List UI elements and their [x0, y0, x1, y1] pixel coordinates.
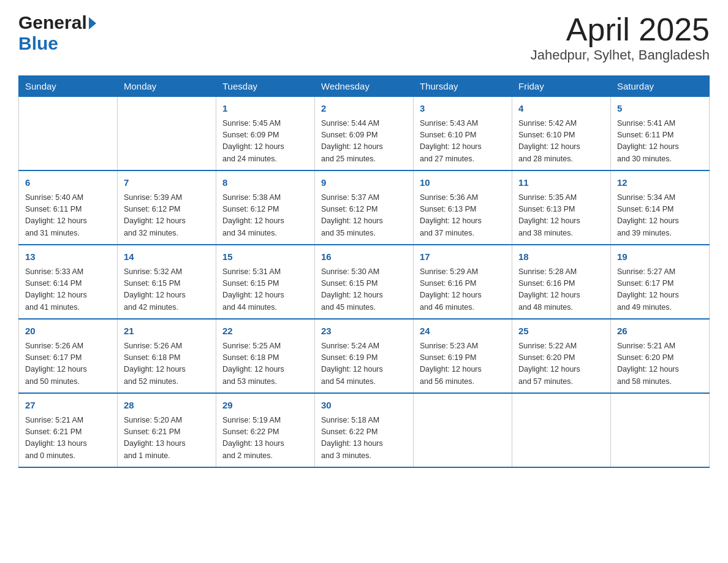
weekday-header-row: SundayMondayTuesdayWednesdayThursdayFrid… — [19, 76, 710, 97]
day-info: Sunrise: 5:18 AM Sunset: 6:22 PM Dayligh… — [321, 415, 407, 462]
day-number: 18 — [518, 250, 604, 264]
calendar-week-row: 1Sunrise: 5:45 AM Sunset: 6:09 PM Daylig… — [19, 97, 710, 171]
day-number: 6 — [25, 176, 111, 190]
page-header: General Blue April 2025 Jahedpur, Sylhet… — [18, 12, 710, 63]
calendar-cell — [414, 393, 512, 467]
day-info: Sunrise: 5:31 AM Sunset: 6:15 PM Dayligh… — [222, 266, 308, 314]
day-number: 15 — [222, 250, 308, 264]
weekday-header-friday: Friday — [512, 76, 611, 97]
calendar-cell: 29Sunrise: 5:19 AM Sunset: 6:22 PM Dayli… — [216, 393, 315, 467]
day-number: 17 — [420, 250, 506, 264]
day-info: Sunrise: 5:32 AM Sunset: 6:15 PM Dayligh… — [124, 266, 210, 314]
location-text: Jahedpur, Sylhet, Bangladesh — [531, 47, 710, 63]
day-number: 14 — [124, 250, 210, 264]
calendar-cell: 4Sunrise: 5:42 AM Sunset: 6:10 PM Daylig… — [512, 97, 611, 171]
day-info: Sunrise: 5:23 AM Sunset: 6:19 PM Dayligh… — [420, 340, 506, 388]
day-number: 22 — [222, 324, 308, 339]
calendar-cell: 14Sunrise: 5:32 AM Sunset: 6:15 PM Dayli… — [118, 245, 216, 319]
day-info: Sunrise: 5:21 AM Sunset: 6:20 PM Dayligh… — [617, 340, 703, 388]
calendar-cell: 3Sunrise: 5:43 AM Sunset: 6:10 PM Daylig… — [414, 97, 512, 171]
calendar-cell: 18Sunrise: 5:28 AM Sunset: 6:16 PM Dayli… — [512, 245, 611, 319]
day-info: Sunrise: 5:21 AM Sunset: 6:21 PM Dayligh… — [25, 415, 111, 462]
calendar-cell: 2Sunrise: 5:44 AM Sunset: 6:09 PM Daylig… — [315, 97, 414, 171]
calendar-cell: 10Sunrise: 5:36 AM Sunset: 6:13 PM Dayli… — [414, 170, 512, 245]
day-number: 4 — [518, 102, 604, 116]
calendar-cell — [512, 393, 611, 467]
logo-blue-text: Blue — [18, 33, 58, 53]
day-info: Sunrise: 5:20 AM Sunset: 6:21 PM Dayligh… — [124, 415, 210, 462]
day-number: 25 — [518, 324, 604, 339]
calendar-cell — [19, 97, 118, 171]
calendar-cell: 30Sunrise: 5:18 AM Sunset: 6:22 PM Dayli… — [315, 393, 414, 467]
weekday-header-saturday: Saturday — [611, 76, 710, 97]
day-info: Sunrise: 5:45 AM Sunset: 6:09 PM Dayligh… — [222, 118, 308, 166]
day-number: 5 — [617, 102, 703, 116]
day-number: 21 — [124, 324, 210, 339]
weekday-header-monday: Monday — [118, 76, 216, 97]
day-number: 1 — [222, 102, 308, 116]
day-number: 26 — [617, 324, 703, 339]
calendar-cell: 15Sunrise: 5:31 AM Sunset: 6:15 PM Dayli… — [216, 245, 315, 319]
logo: General Blue — [18, 12, 96, 54]
calendar-cell: 17Sunrise: 5:29 AM Sunset: 6:16 PM Dayli… — [414, 245, 512, 319]
day-info: Sunrise: 5:27 AM Sunset: 6:17 PM Dayligh… — [617, 266, 703, 314]
day-number: 28 — [124, 399, 210, 413]
calendar-cell: 12Sunrise: 5:34 AM Sunset: 6:14 PM Dayli… — [611, 170, 710, 245]
day-number: 8 — [222, 176, 308, 190]
calendar-cell: 23Sunrise: 5:24 AM Sunset: 6:19 PM Dayli… — [315, 319, 414, 393]
calendar-cell: 1Sunrise: 5:45 AM Sunset: 6:09 PM Daylig… — [216, 97, 315, 171]
day-info: Sunrise: 5:33 AM Sunset: 6:14 PM Dayligh… — [25, 266, 111, 314]
day-info: Sunrise: 5:42 AM Sunset: 6:10 PM Dayligh… — [518, 118, 604, 166]
calendar-cell: 21Sunrise: 5:26 AM Sunset: 6:18 PM Dayli… — [118, 319, 216, 393]
day-number: 10 — [420, 176, 506, 190]
day-number: 29 — [222, 399, 308, 413]
day-info: Sunrise: 5:39 AM Sunset: 6:12 PM Dayligh… — [124, 192, 210, 240]
calendar-cell: 28Sunrise: 5:20 AM Sunset: 6:21 PM Dayli… — [118, 393, 216, 467]
calendar-week-row: 13Sunrise: 5:33 AM Sunset: 6:14 PM Dayli… — [19, 245, 710, 319]
logo-arrow-icon — [89, 17, 96, 29]
day-info: Sunrise: 5:24 AM Sunset: 6:19 PM Dayligh… — [321, 340, 407, 388]
day-info: Sunrise: 5:35 AM Sunset: 6:13 PM Dayligh… — [518, 192, 604, 240]
calendar-cell: 27Sunrise: 5:21 AM Sunset: 6:21 PM Dayli… — [19, 393, 118, 467]
calendar-cell: 20Sunrise: 5:26 AM Sunset: 6:17 PM Dayli… — [19, 319, 118, 393]
day-number: 2 — [321, 102, 407, 116]
day-info: Sunrise: 5:34 AM Sunset: 6:14 PM Dayligh… — [617, 192, 703, 240]
calendar-week-row: 6Sunrise: 5:40 AM Sunset: 6:11 PM Daylig… — [19, 170, 710, 245]
day-number: 11 — [518, 176, 604, 190]
day-number: 9 — [321, 176, 407, 190]
calendar-cell: 6Sunrise: 5:40 AM Sunset: 6:11 PM Daylig… — [19, 170, 118, 245]
weekday-header-wednesday: Wednesday — [315, 76, 414, 97]
title-section: April 2025 Jahedpur, Sylhet, Bangladesh — [531, 12, 710, 63]
day-info: Sunrise: 5:19 AM Sunset: 6:22 PM Dayligh… — [222, 415, 308, 462]
calendar-week-row: 20Sunrise: 5:26 AM Sunset: 6:17 PM Dayli… — [19, 319, 710, 393]
calendar-cell — [611, 393, 710, 467]
calendar-cell: 16Sunrise: 5:30 AM Sunset: 6:15 PM Dayli… — [315, 245, 414, 319]
day-number: 20 — [25, 324, 111, 339]
day-info: Sunrise: 5:26 AM Sunset: 6:17 PM Dayligh… — [25, 340, 111, 388]
calendar-cell — [118, 97, 216, 171]
day-number: 3 — [420, 102, 506, 116]
calendar-cell: 22Sunrise: 5:25 AM Sunset: 6:18 PM Dayli… — [216, 319, 315, 393]
day-number: 23 — [321, 324, 407, 339]
day-info: Sunrise: 5:37 AM Sunset: 6:12 PM Dayligh… — [321, 192, 407, 240]
day-info: Sunrise: 5:41 AM Sunset: 6:11 PM Dayligh… — [617, 118, 703, 166]
calendar-table: SundayMondayTuesdayWednesdayThursdayFrid… — [18, 75, 710, 468]
day-number: 27 — [25, 399, 111, 413]
day-number: 30 — [321, 399, 407, 413]
weekday-header-thursday: Thursday — [414, 76, 512, 97]
day-info: Sunrise: 5:44 AM Sunset: 6:09 PM Dayligh… — [321, 118, 407, 166]
calendar-cell: 24Sunrise: 5:23 AM Sunset: 6:19 PM Dayli… — [414, 319, 512, 393]
day-number: 12 — [617, 176, 703, 190]
logo-general-text: General — [18, 12, 87, 33]
calendar-cell: 5Sunrise: 5:41 AM Sunset: 6:11 PM Daylig… — [611, 97, 710, 171]
day-info: Sunrise: 5:38 AM Sunset: 6:12 PM Dayligh… — [222, 192, 308, 240]
day-number: 13 — [25, 250, 111, 264]
calendar-week-row: 27Sunrise: 5:21 AM Sunset: 6:21 PM Dayli… — [19, 393, 710, 467]
calendar-cell: 9Sunrise: 5:37 AM Sunset: 6:12 PM Daylig… — [315, 170, 414, 245]
day-info: Sunrise: 5:30 AM Sunset: 6:15 PM Dayligh… — [321, 266, 407, 314]
calendar-cell: 11Sunrise: 5:35 AM Sunset: 6:13 PM Dayli… — [512, 170, 611, 245]
calendar-cell: 26Sunrise: 5:21 AM Sunset: 6:20 PM Dayli… — [611, 319, 710, 393]
weekday-header-sunday: Sunday — [19, 76, 118, 97]
day-number: 24 — [420, 324, 506, 339]
weekday-header-tuesday: Tuesday — [216, 76, 315, 97]
